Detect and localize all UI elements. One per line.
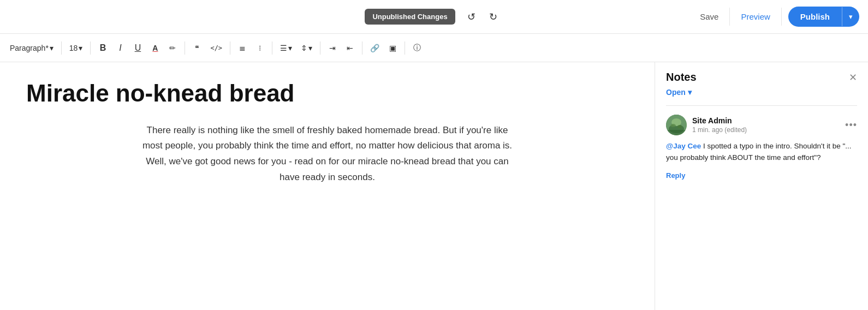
svg-rect-5 xyxy=(666,130,687,135)
align-icon: ☰ xyxy=(280,44,287,52)
indent-left-icon: ⇤ xyxy=(347,44,353,52)
bold-button[interactable]: B xyxy=(95,41,110,55)
font-color-button[interactable]: A xyxy=(147,41,163,55)
italic-button[interactable]: I xyxy=(112,41,128,55)
editor-toolbar: Paragraph* ▾ 18 ▾ B I U A ✏ ❝ </> ≣ ⁝ ☰ … xyxy=(0,34,868,62)
article-title: Miracle no-knead bread xyxy=(26,80,628,108)
eraser-icon: ✏ xyxy=(169,44,176,52)
svg-point-4 xyxy=(677,125,682,128)
toolbar-separator-3 xyxy=(185,41,185,55)
notes-header: Notes ✕ xyxy=(655,62,868,88)
note-text: @Jay Cee I spotted a typo in the intro. … xyxy=(666,141,857,164)
editor-area[interactable]: Miracle no-knead bread There really is n… xyxy=(0,62,655,310)
publish-button[interactable]: Publish xyxy=(788,7,842,27)
filter-chevron-icon: ▾ xyxy=(688,88,692,97)
top-bar: Unpublished Changes ↺ ↻ Save Preview Pub… xyxy=(0,0,868,34)
note-mention: @Jay Cee xyxy=(666,142,701,150)
notes-panel: Notes ✕ Open ▾ xyxy=(655,62,868,310)
save-button[interactable]: Save xyxy=(689,8,730,26)
author-details: Site Admin 1 min. ago (edited) xyxy=(692,116,747,134)
publish-group: Publish ▾ xyxy=(788,7,859,27)
undo-redo-group: ↺ ↻ xyxy=(462,7,503,27)
note-time: 1 min. ago (edited) xyxy=(692,126,747,134)
link-button[interactable]: 🔗 xyxy=(367,41,383,55)
indent-right-icon: ⇥ xyxy=(329,44,336,52)
line-height-button[interactable]: ⇕ ▾ xyxy=(298,41,316,55)
preview-button[interactable]: Preview xyxy=(730,8,781,26)
svg-point-3 xyxy=(670,124,676,127)
toolbar-separator-7 xyxy=(362,41,362,55)
note-menu-button[interactable]: ••• xyxy=(845,120,857,131)
note-item: Site Admin 1 min. ago (edited) ••• @Jay … xyxy=(655,106,868,189)
note-menu-icon: ••• xyxy=(845,120,857,130)
author-name: Site Admin xyxy=(692,116,747,125)
toolbar-separator-8 xyxy=(405,41,405,55)
font-size-button[interactable]: 18 ▾ xyxy=(66,41,86,55)
line-height-icon: ⇕ xyxy=(301,44,307,52)
notes-filter: Open ▾ xyxy=(655,88,868,105)
ordered-list-button[interactable]: ≣ xyxy=(235,41,250,55)
note-author-info: Site Admin 1 min. ago (edited) xyxy=(666,115,747,135)
toolbar-separator-1 xyxy=(61,41,62,55)
close-notes-button[interactable]: ✕ xyxy=(849,73,857,82)
toolbar-separator-2 xyxy=(90,41,91,55)
indent-right-button[interactable]: ⇥ xyxy=(325,41,340,55)
line-height-chevron-icon: ▾ xyxy=(308,44,312,52)
filter-open-button[interactable]: Open ▾ xyxy=(666,88,692,97)
code-icon: </> xyxy=(210,44,222,52)
info-button[interactable]: ⓘ xyxy=(409,41,425,55)
main-area: Miracle no-knead bread There really is n… xyxy=(0,62,868,310)
underline-button[interactable]: U xyxy=(130,41,145,55)
paragraph-chevron-icon: ▾ xyxy=(50,44,53,52)
article-body: There really is nothing like the smell o… xyxy=(142,123,513,186)
embed-button[interactable]: ▣ xyxy=(385,41,400,55)
paragraph-label: Paragraph* xyxy=(10,44,49,52)
code-button[interactable]: </> xyxy=(207,42,225,54)
notes-title: Notes xyxy=(666,71,697,84)
toolbar-separator-5 xyxy=(272,41,272,55)
top-bar-actions: Save Preview Publish ▾ xyxy=(689,7,859,27)
filter-label: Open xyxy=(666,88,686,97)
toolbar-separator-4 xyxy=(230,41,230,55)
reply-button[interactable]: Reply xyxy=(666,171,685,180)
align-chevron-icon: ▾ xyxy=(288,44,292,52)
indent-left-button[interactable]: ⇤ xyxy=(342,41,358,55)
redo-button[interactable]: ↻ xyxy=(484,7,503,27)
undo-button[interactable]: ↺ xyxy=(462,7,481,27)
blockquote-icon: ❝ xyxy=(195,44,199,52)
note-meta: Site Admin 1 min. ago (edited) ••• xyxy=(666,115,857,135)
unpublished-badge: Unpublished Changes xyxy=(365,9,455,25)
info-icon: ⓘ xyxy=(413,43,421,53)
eraser-button[interactable]: ✏ xyxy=(165,41,180,55)
unordered-list-button[interactable]: ⁝ xyxy=(252,41,267,55)
ordered-list-icon: ≣ xyxy=(239,44,246,52)
avatar xyxy=(666,115,687,135)
font-size-label: 18 xyxy=(69,44,78,52)
blockquote-button[interactable]: ❝ xyxy=(189,41,205,55)
font-color-label: A xyxy=(152,44,158,52)
toolbar-separator-6 xyxy=(320,41,320,55)
font-size-chevron-icon: ▾ xyxy=(79,44,82,52)
embed-icon: ▣ xyxy=(389,44,396,52)
unordered-list-icon: ⁝ xyxy=(259,44,261,52)
publish-dropdown-button[interactable]: ▾ xyxy=(842,7,859,26)
align-button[interactable]: ☰ ▾ xyxy=(277,41,295,55)
paragraph-style-button[interactable]: Paragraph* ▾ xyxy=(7,41,57,55)
link-icon: 🔗 xyxy=(370,44,379,52)
top-bar-center: Unpublished Changes ↺ ↻ xyxy=(365,7,503,27)
